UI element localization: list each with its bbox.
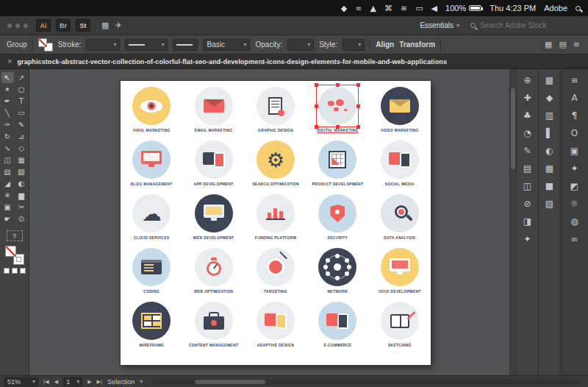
stock-search-input[interactable] bbox=[480, 21, 568, 29]
icon-wireframe[interactable]: WIREFRAME bbox=[121, 302, 182, 355]
color-panel-icon[interactable]: ⊕ bbox=[520, 74, 536, 87]
slice-tool[interactable]: ✂ bbox=[15, 202, 28, 213]
icon-security[interactable]: SECURITY bbox=[306, 194, 368, 248]
align-button[interactable]: Align bbox=[376, 40, 394, 49]
selection-handle-nw[interactable] bbox=[315, 83, 318, 87]
window-zoom-button[interactable] bbox=[24, 24, 28, 28]
creative-cloud-icon[interactable]: ∞ bbox=[355, 4, 362, 13]
rectangle-tool[interactable]: ▭ bbox=[15, 107, 28, 118]
color-guide-panel-icon[interactable]: ✚ bbox=[520, 91, 536, 104]
column-graph-tool[interactable]: ▆ bbox=[15, 190, 28, 201]
fill-stroke-widget[interactable] bbox=[5, 246, 24, 265]
icon-web-development[interactable]: WEB DEVELOPMENT bbox=[182, 194, 244, 248]
horizontal-scrollbar-thumb[interactable] bbox=[195, 380, 265, 384]
graphic-styles-panel-icon[interactable]: ✦ bbox=[520, 232, 536, 246]
align-panel-icon[interactable]: ▣ bbox=[567, 144, 583, 157]
icon-e-commerce[interactable]: E-COMMERCE bbox=[306, 302, 368, 355]
paintbrush-tool[interactable]: ✑ bbox=[1, 119, 14, 130]
direct-selection-tool[interactable]: ↗ bbox=[15, 72, 28, 83]
shape-builder-tool[interactable]: ◫ bbox=[1, 155, 14, 166]
artboard[interactable]: VIRAL MARKETINGEMAIL MARKETINGGRAPHIC DE… bbox=[121, 81, 431, 365]
dock-menu-icon[interactable]: ≡ bbox=[567, 74, 583, 87]
icon-email-marketing[interactable]: EMAIL MARKETING bbox=[182, 87, 244, 141]
rotate-tool[interactable]: ↻ bbox=[1, 131, 14, 142]
links-panel-icon[interactable]: ∞ bbox=[567, 232, 583, 246]
icon-data-analysis[interactable]: DATA ANALYSIS bbox=[369, 194, 431, 248]
vertical-scrollbar-thumb[interactable] bbox=[511, 88, 515, 169]
lasso-tool[interactable]: ○ bbox=[15, 84, 28, 95]
libraries-panel-icon[interactable]: ▌ bbox=[542, 127, 558, 140]
previous-artboard-button[interactable]: ◀ bbox=[54, 379, 58, 385]
perspective-grid-tool[interactable]: ▦ bbox=[15, 155, 28, 166]
volume-icon[interactable]: ◀ bbox=[431, 4, 437, 13]
icon-web-optimization[interactable]: WEB OPTIMIZATION bbox=[182, 248, 244, 302]
artboards-panel-icon[interactable]: ◆ bbox=[542, 91, 558, 104]
arrange-documents-icon[interactable]: ▦ bbox=[101, 21, 109, 30]
document-title[interactable]: graphicstock-abstract-vector-collection-… bbox=[17, 58, 447, 65]
spotlight-search-icon[interactable] bbox=[576, 6, 581, 11]
free-transform-tool[interactable]: ◇ bbox=[15, 143, 28, 154]
asset-export-panel-icon[interactable]: ▥ bbox=[542, 109, 558, 122]
hand-tool[interactable]: ☛ bbox=[1, 213, 14, 224]
selection-handle-e[interactable] bbox=[356, 104, 360, 108]
symbols-panel-icon[interactable]: ✎ bbox=[520, 144, 536, 157]
selection-tool[interactable]: ↖ bbox=[1, 72, 14, 83]
help-button[interactable]: ? bbox=[7, 230, 23, 241]
selection-handle-ne[interactable] bbox=[356, 83, 360, 87]
icon-social-media[interactable]: SOCIAL MEDIA bbox=[369, 141, 431, 194]
icon-adaptive-design[interactable]: ADAPTIVE DESIGN bbox=[245, 302, 306, 355]
rows-view-icon[interactable]: ▤ bbox=[559, 40, 566, 49]
battery-indicator[interactable]: 100% bbox=[445, 4, 481, 13]
draw-normal-button[interactable] bbox=[4, 268, 10, 274]
actions-panel-icon[interactable]: ▧ bbox=[542, 197, 558, 210]
image-trace-panel-icon[interactable]: ■ bbox=[542, 180, 558, 193]
icon-sketching[interactable]: SKETCHING bbox=[369, 302, 431, 355]
first-artboard-button[interactable]: |◀ bbox=[43, 379, 49, 385]
pathfinder-panel-icon[interactable]: ✦ bbox=[567, 162, 583, 175]
selection-bounding-box[interactable] bbox=[316, 85, 359, 127]
icon-graphic-design[interactable]: GRAPHIC DESIGN bbox=[245, 87, 306, 141]
gpu-performance-icon[interactable]: ✈ bbox=[115, 21, 121, 30]
icon-search-optimization[interactable]: ⚙SEARCH OPTIMIZATION bbox=[245, 141, 306, 194]
pen-tool[interactable]: ✒ bbox=[1, 96, 14, 107]
gradient-tool[interactable]: ▧ bbox=[15, 166, 28, 177]
airplay-display-icon[interactable]: ▭ bbox=[415, 4, 423, 13]
selection-handle-s[interactable] bbox=[336, 125, 340, 129]
notification-icon[interactable]: ▲ bbox=[370, 4, 376, 13]
stock-button[interactable]: St bbox=[76, 19, 90, 32]
type-tool[interactable]: T bbox=[15, 96, 28, 107]
icon-cloud-services[interactable]: ☁CLOUD SERVICES bbox=[121, 194, 182, 248]
status-indicator[interactable]: Selection bbox=[107, 378, 135, 386]
opentype-panel-icon[interactable]: O bbox=[567, 127, 583, 140]
menubar-brand[interactable]: Adobe bbox=[544, 4, 567, 13]
gradient-panel-icon[interactable]: ◫ bbox=[520, 180, 536, 193]
bridge-button[interactable]: Br bbox=[56, 19, 71, 32]
paragraph-panel-icon[interactable]: ¶ bbox=[567, 109, 583, 122]
character-panel-icon[interactable]: A bbox=[567, 91, 583, 104]
icon-viral-marketing[interactable]: VIRAL MARKETING bbox=[121, 87, 182, 141]
symbol-sprayer-tool[interactable]: ✳ bbox=[1, 190, 14, 201]
transform-button[interactable]: Transform bbox=[399, 40, 435, 49]
line-segment-tool[interactable]: ╲ bbox=[1, 107, 14, 118]
icon-funding-platform[interactable]: FUNDING PLATFORM bbox=[245, 194, 306, 248]
brush-stroke-preview[interactable] bbox=[173, 39, 198, 51]
icon-video-marketing[interactable]: VIDEO MARKETING bbox=[369, 87, 431, 141]
appearance-panel-icon[interactable]: ◨ bbox=[520, 215, 536, 228]
layers-panel-icon[interactable]: ▩ bbox=[542, 74, 558, 87]
icon-network[interactable]: NETWORK bbox=[306, 248, 368, 302]
last-artboard-button[interactable]: ▶| bbox=[97, 379, 103, 385]
vertical-scrollbar[interactable] bbox=[509, 69, 516, 375]
icon-digital-marketing[interactable]: DIGITAL MARKETING bbox=[306, 87, 368, 141]
brush-definition-dropdown[interactable]: Basic ▾ bbox=[203, 39, 250, 51]
stroke-panel-icon[interactable]: ▤ bbox=[520, 162, 536, 175]
selection-handle-w[interactable] bbox=[315, 104, 318, 108]
transform-panel-icon[interactable]: ◩ bbox=[567, 180, 583, 193]
panel-menu-icon[interactable]: ≡ bbox=[573, 40, 580, 49]
keyboard-switcher-icon[interactable]: ⌘ bbox=[384, 4, 392, 13]
navigator-panel-icon[interactable]: ☼ bbox=[567, 197, 583, 210]
width-tool[interactable]: ∿ bbox=[1, 143, 14, 154]
icon-product-development[interactable]: PRODUCT DEVELOPMENT bbox=[306, 141, 368, 194]
pencil-tool[interactable]: ✎ bbox=[15, 119, 28, 130]
info-panel-icon[interactable]: ◍ bbox=[567, 215, 583, 228]
fill-stroke-proxy[interactable] bbox=[38, 38, 53, 52]
